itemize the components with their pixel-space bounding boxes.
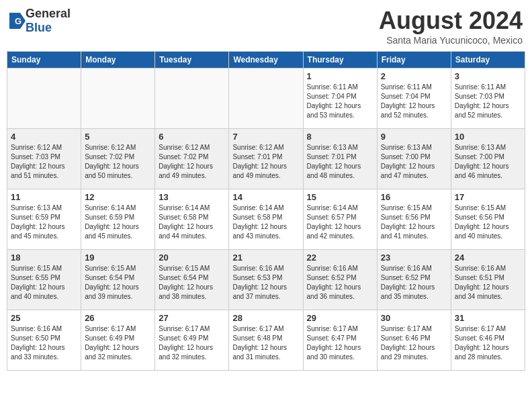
day-info: Sunrise: 6:17 AM Sunset: 6:46 PM Dayligh… [455, 324, 521, 362]
day-number: 9 [381, 132, 447, 142]
calendar-week-row: 18Sunrise: 6:15 AM Sunset: 6:55 PM Dayli… [7, 250, 525, 310]
day-number: 13 [159, 192, 225, 202]
day-number: 7 [232, 132, 299, 142]
title-block: August 2024 Santa Maria Yucunicoco, Mexi… [379, 7, 523, 46]
calendar-day-cell: 30Sunrise: 6:17 AM Sunset: 6:46 PM Dayli… [377, 310, 451, 371]
calendar-week-row: 4Sunrise: 6:12 AM Sunset: 7:03 PM Daylig… [7, 129, 525, 189]
calendar-day-cell: 5Sunrise: 6:12 AM Sunset: 7:02 PM Daylig… [81, 129, 155, 189]
day-number: 3 [455, 71, 521, 81]
day-number: 26 [85, 313, 151, 323]
calendar-day-cell: 31Sunrise: 6:17 AM Sunset: 6:46 PM Dayli… [451, 310, 525, 371]
day-number: 25 [11, 313, 77, 323]
day-info: Sunrise: 6:11 AM Sunset: 7:03 PM Dayligh… [455, 83, 521, 120]
day-number: 16 [381, 192, 447, 202]
day-number: 17 [455, 192, 521, 202]
calendar-day-cell: 2Sunrise: 6:11 AM Sunset: 7:04 PM Daylig… [377, 68, 451, 129]
calendar-day-cell: 1Sunrise: 6:11 AM Sunset: 7:04 PM Daylig… [303, 68, 377, 129]
calendar-day-cell: 16Sunrise: 6:15 AM Sunset: 6:56 PM Dayli… [377, 189, 451, 250]
location-subtitle: Santa Maria Yucunicoco, Mexico [379, 35, 523, 46]
calendar-week-row: 1Sunrise: 6:11 AM Sunset: 7:04 PM Daylig… [7, 68, 525, 129]
day-info: Sunrise: 6:14 AM Sunset: 6:58 PM Dayligh… [159, 203, 225, 241]
day-number: 8 [307, 132, 373, 142]
calendar-week-row: 11Sunrise: 6:13 AM Sunset: 6:59 PM Dayli… [7, 189, 525, 250]
calendar-day-cell: 6Sunrise: 6:12 AM Sunset: 7:02 PM Daylig… [155, 129, 229, 189]
weekday-header-thursday: Thursday [303, 52, 377, 68]
day-info: Sunrise: 6:14 AM Sunset: 6:57 PM Dayligh… [307, 203, 373, 241]
day-number: 21 [232, 253, 299, 263]
calendar-day-cell [229, 68, 303, 129]
calendar-day-cell: 11Sunrise: 6:13 AM Sunset: 6:59 PM Dayli… [7, 189, 81, 250]
day-info: Sunrise: 6:12 AM Sunset: 7:02 PM Dayligh… [159, 143, 225, 181]
day-info: Sunrise: 6:16 AM Sunset: 6:52 PM Dayligh… [307, 264, 373, 302]
day-number: 30 [381, 313, 447, 323]
calendar-day-cell: 27Sunrise: 6:17 AM Sunset: 6:49 PM Dayli… [155, 310, 229, 371]
calendar-day-cell: 9Sunrise: 6:13 AM Sunset: 7:00 PM Daylig… [377, 129, 451, 189]
logo: G General Blue [9, 7, 71, 35]
day-info: Sunrise: 6:17 AM Sunset: 6:49 PM Dayligh… [85, 324, 151, 362]
day-number: 24 [455, 253, 521, 263]
day-number: 19 [85, 253, 151, 263]
day-number: 28 [232, 313, 299, 323]
day-info: Sunrise: 6:11 AM Sunset: 7:04 PM Dayligh… [381, 83, 447, 120]
day-info: Sunrise: 6:12 AM Sunset: 7:02 PM Dayligh… [85, 143, 151, 181]
day-info: Sunrise: 6:13 AM Sunset: 7:01 PM Dayligh… [307, 143, 373, 181]
logo-icon: G [9, 13, 26, 29]
calendar-day-cell [155, 68, 229, 129]
day-info: Sunrise: 6:15 AM Sunset: 6:56 PM Dayligh… [455, 203, 521, 241]
day-number: 12 [85, 192, 151, 202]
day-info: Sunrise: 6:17 AM Sunset: 6:49 PM Dayligh… [159, 324, 225, 362]
day-info: Sunrise: 6:11 AM Sunset: 7:04 PM Dayligh… [307, 83, 373, 120]
day-info: Sunrise: 6:16 AM Sunset: 6:52 PM Dayligh… [381, 264, 447, 302]
day-number: 5 [85, 132, 151, 142]
weekday-header-wednesday: Wednesday [229, 52, 303, 68]
day-number: 23 [381, 253, 447, 263]
day-info: Sunrise: 6:15 AM Sunset: 6:56 PM Dayligh… [381, 203, 447, 241]
page-header: G General Blue August 2024 Santa Maria Y… [7, 7, 525, 46]
day-info: Sunrise: 6:16 AM Sunset: 6:51 PM Dayligh… [455, 264, 521, 302]
day-info: Sunrise: 6:13 AM Sunset: 6:59 PM Dayligh… [11, 203, 77, 241]
day-info: Sunrise: 6:12 AM Sunset: 7:03 PM Dayligh… [11, 143, 77, 181]
calendar-day-cell: 8Sunrise: 6:13 AM Sunset: 7:01 PM Daylig… [303, 129, 377, 189]
calendar-day-cell: 19Sunrise: 6:15 AM Sunset: 6:54 PM Dayli… [81, 250, 155, 310]
day-number: 4 [11, 132, 77, 142]
calendar-day-cell: 17Sunrise: 6:15 AM Sunset: 6:56 PM Dayli… [451, 189, 525, 250]
day-info: Sunrise: 6:15 AM Sunset: 6:54 PM Dayligh… [159, 264, 225, 302]
page-title: August 2024 [379, 7, 523, 35]
weekday-header-saturday: Saturday [451, 52, 525, 68]
day-number: 6 [159, 132, 225, 142]
calendar-day-cell: 13Sunrise: 6:14 AM Sunset: 6:58 PM Dayli… [155, 189, 229, 250]
calendar-day-cell: 29Sunrise: 6:17 AM Sunset: 6:47 PM Dayli… [303, 310, 377, 371]
calendar-day-cell: 24Sunrise: 6:16 AM Sunset: 6:51 PM Dayli… [451, 250, 525, 310]
day-number: 14 [232, 192, 299, 202]
calendar-day-cell: 20Sunrise: 6:15 AM Sunset: 6:54 PM Dayli… [155, 250, 229, 310]
day-number: 27 [159, 313, 225, 323]
day-info: Sunrise: 6:16 AM Sunset: 6:50 PM Dayligh… [11, 324, 77, 362]
day-info: Sunrise: 6:13 AM Sunset: 7:00 PM Dayligh… [381, 143, 447, 181]
day-number: 20 [159, 253, 225, 263]
calendar-day-cell: 12Sunrise: 6:14 AM Sunset: 6:59 PM Dayli… [81, 189, 155, 250]
calendar-day-cell: 23Sunrise: 6:16 AM Sunset: 6:52 PM Dayli… [377, 250, 451, 310]
calendar-day-cell: 21Sunrise: 6:16 AM Sunset: 6:53 PM Dayli… [229, 250, 303, 310]
calendar-day-cell: 25Sunrise: 6:16 AM Sunset: 6:50 PM Dayli… [7, 310, 81, 371]
day-info: Sunrise: 6:15 AM Sunset: 6:54 PM Dayligh… [85, 264, 151, 302]
calendar-day-cell: 26Sunrise: 6:17 AM Sunset: 6:49 PM Dayli… [81, 310, 155, 371]
day-info: Sunrise: 6:15 AM Sunset: 6:55 PM Dayligh… [11, 264, 77, 302]
day-number: 29 [307, 313, 373, 323]
calendar-week-row: 25Sunrise: 6:16 AM Sunset: 6:50 PM Dayli… [7, 310, 525, 371]
day-number: 22 [307, 253, 373, 263]
day-info: Sunrise: 6:16 AM Sunset: 6:53 PM Dayligh… [232, 264, 299, 302]
day-number: 11 [11, 192, 77, 202]
day-info: Sunrise: 6:14 AM Sunset: 6:58 PM Dayligh… [232, 203, 299, 241]
day-number: 31 [455, 313, 521, 323]
day-number: 15 [307, 192, 373, 202]
day-number: 2 [381, 71, 447, 81]
calendar-day-cell: 22Sunrise: 6:16 AM Sunset: 6:52 PM Dayli… [303, 250, 377, 310]
day-info: Sunrise: 6:14 AM Sunset: 6:59 PM Dayligh… [85, 203, 151, 241]
svg-text:G: G [15, 16, 21, 26]
calendar-table: SundayMondayTuesdayWednesdayThursdayFrid… [7, 51, 525, 371]
calendar-day-cell: 14Sunrise: 6:14 AM Sunset: 6:58 PM Dayli… [229, 189, 303, 250]
logo-general: General [26, 7, 71, 20]
calendar-day-cell: 4Sunrise: 6:12 AM Sunset: 7:03 PM Daylig… [7, 129, 81, 189]
logo-blue: Blue [26, 21, 52, 34]
calendar-day-cell: 7Sunrise: 6:12 AM Sunset: 7:01 PM Daylig… [229, 129, 303, 189]
